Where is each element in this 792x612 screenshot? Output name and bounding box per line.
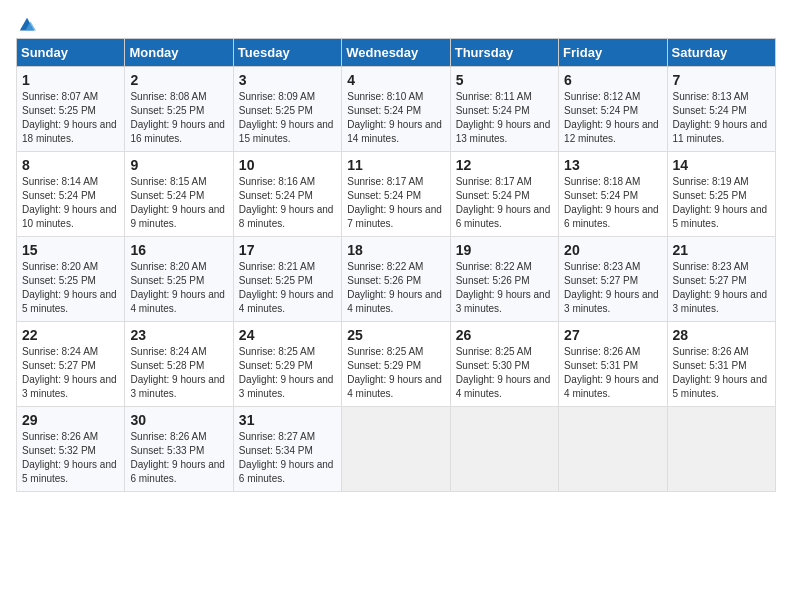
day-number: 10 [239, 157, 336, 173]
day-info: Sunrise: 8:23 AMSunset: 5:27 PMDaylight:… [673, 260, 770, 316]
day-info: Sunrise: 8:26 AMSunset: 5:32 PMDaylight:… [22, 430, 119, 486]
day-number: 22 [22, 327, 119, 343]
day-header-tuesday: Tuesday [233, 39, 341, 67]
page-header [16, 16, 776, 30]
day-info: Sunrise: 8:22 AMSunset: 5:26 PMDaylight:… [347, 260, 444, 316]
calendar-cell: 18Sunrise: 8:22 AMSunset: 5:26 PMDayligh… [342, 237, 450, 322]
calendar-cell: 7Sunrise: 8:13 AMSunset: 5:24 PMDaylight… [667, 67, 775, 152]
calendar-cell: 3Sunrise: 8:09 AMSunset: 5:25 PMDaylight… [233, 67, 341, 152]
day-info: Sunrise: 8:16 AMSunset: 5:24 PMDaylight:… [239, 175, 336, 231]
calendar-cell: 29Sunrise: 8:26 AMSunset: 5:32 PMDayligh… [17, 407, 125, 492]
day-number: 1 [22, 72, 119, 88]
calendar-week-3: 15Sunrise: 8:20 AMSunset: 5:25 PMDayligh… [17, 237, 776, 322]
day-number: 7 [673, 72, 770, 88]
day-info: Sunrise: 8:26 AMSunset: 5:31 PMDaylight:… [564, 345, 661, 401]
calendar-cell: 15Sunrise: 8:20 AMSunset: 5:25 PMDayligh… [17, 237, 125, 322]
calendar-cell [342, 407, 450, 492]
day-number: 23 [130, 327, 227, 343]
day-info: Sunrise: 8:18 AMSunset: 5:24 PMDaylight:… [564, 175, 661, 231]
day-info: Sunrise: 8:15 AMSunset: 5:24 PMDaylight:… [130, 175, 227, 231]
calendar-body: 1Sunrise: 8:07 AMSunset: 5:25 PMDaylight… [17, 67, 776, 492]
day-number: 30 [130, 412, 227, 428]
day-header-sunday: Sunday [17, 39, 125, 67]
calendar-table: SundayMondayTuesdayWednesdayThursdayFrid… [16, 38, 776, 492]
calendar-cell: 14Sunrise: 8:19 AMSunset: 5:25 PMDayligh… [667, 152, 775, 237]
calendar-cell: 25Sunrise: 8:25 AMSunset: 5:29 PMDayligh… [342, 322, 450, 407]
calendar-cell: 6Sunrise: 8:12 AMSunset: 5:24 PMDaylight… [559, 67, 667, 152]
calendar-week-2: 8Sunrise: 8:14 AMSunset: 5:24 PMDaylight… [17, 152, 776, 237]
day-number: 28 [673, 327, 770, 343]
day-number: 18 [347, 242, 444, 258]
calendar-cell: 31Sunrise: 8:27 AMSunset: 5:34 PMDayligh… [233, 407, 341, 492]
calendar-cell: 17Sunrise: 8:21 AMSunset: 5:25 PMDayligh… [233, 237, 341, 322]
calendar-week-1: 1Sunrise: 8:07 AMSunset: 5:25 PMDaylight… [17, 67, 776, 152]
calendar-cell [559, 407, 667, 492]
calendar-cell: 1Sunrise: 8:07 AMSunset: 5:25 PMDaylight… [17, 67, 125, 152]
day-header-friday: Friday [559, 39, 667, 67]
day-number: 20 [564, 242, 661, 258]
calendar-cell: 12Sunrise: 8:17 AMSunset: 5:24 PMDayligh… [450, 152, 558, 237]
day-header-saturday: Saturday [667, 39, 775, 67]
day-number: 17 [239, 242, 336, 258]
day-number: 19 [456, 242, 553, 258]
day-info: Sunrise: 8:20 AMSunset: 5:25 PMDaylight:… [22, 260, 119, 316]
day-number: 24 [239, 327, 336, 343]
calendar-cell: 22Sunrise: 8:24 AMSunset: 5:27 PMDayligh… [17, 322, 125, 407]
day-info: Sunrise: 8:12 AMSunset: 5:24 PMDaylight:… [564, 90, 661, 146]
day-info: Sunrise: 8:09 AMSunset: 5:25 PMDaylight:… [239, 90, 336, 146]
day-number: 11 [347, 157, 444, 173]
calendar-cell: 21Sunrise: 8:23 AMSunset: 5:27 PMDayligh… [667, 237, 775, 322]
calendar-cell: 8Sunrise: 8:14 AMSunset: 5:24 PMDaylight… [17, 152, 125, 237]
day-info: Sunrise: 8:20 AMSunset: 5:25 PMDaylight:… [130, 260, 227, 316]
day-number: 2 [130, 72, 227, 88]
calendar-cell: 24Sunrise: 8:25 AMSunset: 5:29 PMDayligh… [233, 322, 341, 407]
calendar-cell: 23Sunrise: 8:24 AMSunset: 5:28 PMDayligh… [125, 322, 233, 407]
day-info: Sunrise: 8:07 AMSunset: 5:25 PMDaylight:… [22, 90, 119, 146]
calendar-week-4: 22Sunrise: 8:24 AMSunset: 5:27 PMDayligh… [17, 322, 776, 407]
day-number: 26 [456, 327, 553, 343]
day-info: Sunrise: 8:26 AMSunset: 5:33 PMDaylight:… [130, 430, 227, 486]
calendar-cell: 27Sunrise: 8:26 AMSunset: 5:31 PMDayligh… [559, 322, 667, 407]
calendar-cell: 28Sunrise: 8:26 AMSunset: 5:31 PMDayligh… [667, 322, 775, 407]
day-number: 21 [673, 242, 770, 258]
calendar-cell: 19Sunrise: 8:22 AMSunset: 5:26 PMDayligh… [450, 237, 558, 322]
calendar-cell: 30Sunrise: 8:26 AMSunset: 5:33 PMDayligh… [125, 407, 233, 492]
day-info: Sunrise: 8:23 AMSunset: 5:27 PMDaylight:… [564, 260, 661, 316]
logo-icon [18, 16, 36, 34]
day-info: Sunrise: 8:11 AMSunset: 5:24 PMDaylight:… [456, 90, 553, 146]
calendar-cell: 13Sunrise: 8:18 AMSunset: 5:24 PMDayligh… [559, 152, 667, 237]
day-header-thursday: Thursday [450, 39, 558, 67]
day-number: 27 [564, 327, 661, 343]
day-info: Sunrise: 8:24 AMSunset: 5:27 PMDaylight:… [22, 345, 119, 401]
day-number: 25 [347, 327, 444, 343]
day-number: 5 [456, 72, 553, 88]
day-number: 8 [22, 157, 119, 173]
day-number: 31 [239, 412, 336, 428]
day-number: 9 [130, 157, 227, 173]
day-info: Sunrise: 8:10 AMSunset: 5:24 PMDaylight:… [347, 90, 444, 146]
day-info: Sunrise: 8:17 AMSunset: 5:24 PMDaylight:… [456, 175, 553, 231]
calendar-cell [667, 407, 775, 492]
day-header-wednesday: Wednesday [342, 39, 450, 67]
calendar-cell: 20Sunrise: 8:23 AMSunset: 5:27 PMDayligh… [559, 237, 667, 322]
calendar-cell: 10Sunrise: 8:16 AMSunset: 5:24 PMDayligh… [233, 152, 341, 237]
day-number: 13 [564, 157, 661, 173]
day-info: Sunrise: 8:22 AMSunset: 5:26 PMDaylight:… [456, 260, 553, 316]
calendar-cell: 16Sunrise: 8:20 AMSunset: 5:25 PMDayligh… [125, 237, 233, 322]
day-info: Sunrise: 8:14 AMSunset: 5:24 PMDaylight:… [22, 175, 119, 231]
day-info: Sunrise: 8:25 AMSunset: 5:29 PMDaylight:… [239, 345, 336, 401]
day-number: 14 [673, 157, 770, 173]
calendar-cell: 4Sunrise: 8:10 AMSunset: 5:24 PMDaylight… [342, 67, 450, 152]
day-info: Sunrise: 8:13 AMSunset: 5:24 PMDaylight:… [673, 90, 770, 146]
day-number: 4 [347, 72, 444, 88]
logo [16, 16, 36, 30]
calendar-cell: 5Sunrise: 8:11 AMSunset: 5:24 PMDaylight… [450, 67, 558, 152]
day-info: Sunrise: 8:24 AMSunset: 5:28 PMDaylight:… [130, 345, 227, 401]
calendar-cell: 11Sunrise: 8:17 AMSunset: 5:24 PMDayligh… [342, 152, 450, 237]
calendar-cell [450, 407, 558, 492]
day-info: Sunrise: 8:25 AMSunset: 5:30 PMDaylight:… [456, 345, 553, 401]
calendar-week-5: 29Sunrise: 8:26 AMSunset: 5:32 PMDayligh… [17, 407, 776, 492]
day-info: Sunrise: 8:17 AMSunset: 5:24 PMDaylight:… [347, 175, 444, 231]
day-info: Sunrise: 8:08 AMSunset: 5:25 PMDaylight:… [130, 90, 227, 146]
day-number: 16 [130, 242, 227, 258]
